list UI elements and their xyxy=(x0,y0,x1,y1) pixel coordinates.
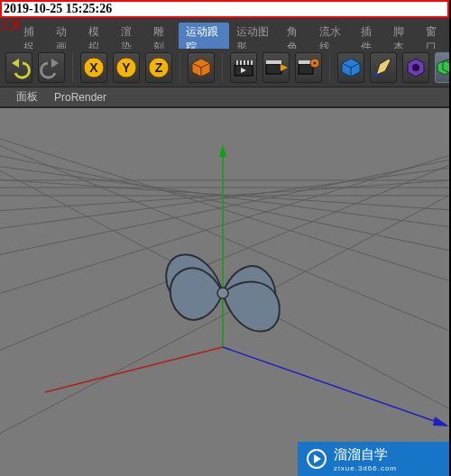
svg-rect-15 xyxy=(245,60,247,65)
svg-marker-27 xyxy=(376,59,391,75)
svg-marker-0 xyxy=(12,59,19,68)
subtoolbar-item-1[interactable]: ProRender xyxy=(54,91,106,104)
render-region-button[interactable] xyxy=(262,52,290,83)
clapper-icon xyxy=(231,55,256,80)
svg-rect-12 xyxy=(235,60,236,65)
svg-text:Y: Y xyxy=(122,60,131,75)
svg-marker-51 xyxy=(219,144,226,157)
play-icon xyxy=(307,449,327,469)
render-settings-button[interactable] xyxy=(295,52,322,83)
redo-icon xyxy=(39,55,64,80)
axis-x-button[interactable]: X xyxy=(80,52,107,83)
svg-marker-52 xyxy=(433,416,449,426)
history-undo-button[interactable] xyxy=(5,52,32,83)
svg-rect-13 xyxy=(238,60,240,65)
add-deformer-button[interactable] xyxy=(402,52,429,83)
watermark-brand: 溜溜自学 xyxy=(334,446,397,463)
cube-primitive-button[interactable] xyxy=(188,52,215,83)
subtoolbar-item-0[interactable]: 面板 xyxy=(16,89,38,105)
toolbar-separator xyxy=(72,53,73,82)
viewport-sub-toolbar: 面板ProRender xyxy=(0,87,451,107)
svg-text:Z: Z xyxy=(155,60,163,75)
toolbar-separator xyxy=(222,53,223,82)
svg-text:X: X xyxy=(89,60,98,75)
add-cube-button[interactable] xyxy=(337,52,364,83)
X-icon: X xyxy=(81,55,106,80)
toolbar-separator xyxy=(329,53,330,82)
svg-rect-19 xyxy=(266,60,281,64)
main-toolbar: XYZ xyxy=(0,49,451,87)
svg-point-24 xyxy=(313,61,316,64)
main-menubar: 捕捉动画模拟渲染雕刻运动跟踪运动图形角色流水线插件脚本窗口 xyxy=(0,31,451,49)
nut-icon xyxy=(403,55,428,80)
svg-line-43 xyxy=(0,160,449,234)
add-pen-button[interactable] xyxy=(370,52,397,83)
Z-icon: Z xyxy=(146,55,171,80)
svg-rect-14 xyxy=(242,60,244,65)
render-frame-button[interactable] xyxy=(230,52,257,83)
viewport-3d[interactable]: 溜溜自学 zixue.3d66.com xyxy=(0,107,449,476)
pen-icon xyxy=(371,55,396,80)
toolbar-separator xyxy=(179,53,180,82)
svg-point-53 xyxy=(217,288,228,298)
viewport-canvas xyxy=(0,108,449,476)
timestamp-overlay: 2019-10-25 15:25:26 xyxy=(0,0,449,18)
svg-point-30 xyxy=(412,64,419,71)
svg-rect-18 xyxy=(266,64,281,74)
axis-z-line xyxy=(223,347,442,424)
svg-marker-20 xyxy=(281,64,288,71)
Y-icon: Y xyxy=(114,55,139,80)
watermark-url: zixue.3d66.com xyxy=(334,464,397,472)
axis-x-line xyxy=(45,347,223,392)
clapper-gear-icon xyxy=(296,55,321,80)
svg-line-37 xyxy=(0,160,449,234)
cube-orange-icon xyxy=(189,55,214,80)
clapper-arrow-icon xyxy=(263,55,289,80)
history-redo-button[interactable] xyxy=(38,52,65,83)
svg-marker-1 xyxy=(51,59,59,68)
axis-z-button[interactable]: Z xyxy=(145,52,172,83)
watermark-badge: 溜溜自学 zixue.3d66.com xyxy=(298,442,449,476)
axis-y-button[interactable]: Y xyxy=(113,52,140,83)
timestamp-text: 2019-10-25 15:25:26 xyxy=(4,3,112,15)
svg-point-28 xyxy=(374,73,378,77)
svg-rect-16 xyxy=(249,60,251,65)
cube-blue-icon xyxy=(338,55,364,80)
undo-icon xyxy=(6,55,32,80)
